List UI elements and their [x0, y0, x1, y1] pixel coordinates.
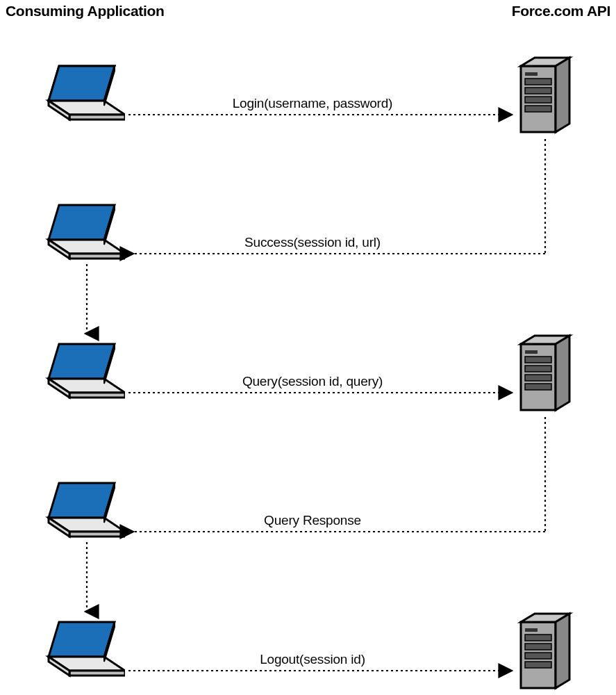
sequence-diagram: Login(username, password) Success(sessio… [0, 35, 616, 695]
header-left-label: Consuming Application [6, 3, 165, 19]
sequence-arrows [0, 35, 616, 695]
header-right-label: Force.com API [512, 3, 610, 19]
